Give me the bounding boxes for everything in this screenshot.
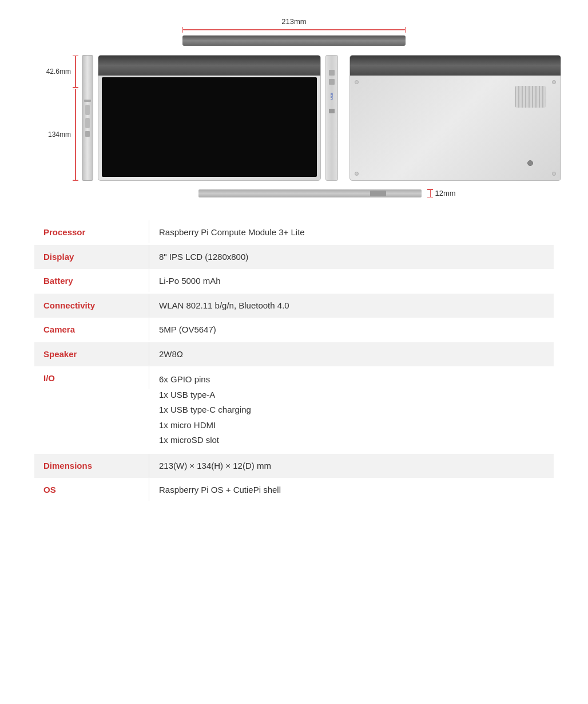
spec-value-i-o: 6x GPIO pins1x USB type-A1x USB type-C c… (150, 366, 554, 454)
spec-label-os: OS (34, 478, 149, 503)
spec-value-display: 8" IPS LCD (1280x800) (150, 245, 554, 270)
io-item: 1x USB type-A (159, 387, 545, 403)
io-item: 1x USB type-C charging (159, 402, 545, 418)
height-bottom-label: 134mm (48, 130, 71, 139)
device-front (98, 55, 321, 181)
spec-label-i-o: I/O (34, 366, 149, 454)
spec-value-os: Raspberry Pi OS + CutiePi shell (150, 478, 554, 503)
spec-value-speaker: 2W8Ω (150, 342, 554, 367)
spec-label-connectivity: Connectivity (34, 294, 149, 318)
spec-value-dimensions: 213(W) × 134(H) × 12(D) mm (150, 454, 554, 478)
spec-value-connectivity: WLAN 802.11 b/g/n, Bluetooth 4.0 (150, 294, 554, 318)
spec-label-dimensions: Dimensions (34, 454, 149, 478)
left-dimensions: 42.6mm 134mm (27, 55, 78, 181)
device-side-right: USB (325, 55, 338, 181)
height-top-label: 42.6mm (46, 68, 71, 76)
spec-label-speaker: Speaker (34, 342, 149, 367)
spec-value-camera: 5MP (OV5647) (150, 318, 554, 342)
specs-table: ProcessorRaspberry Pi Compute Module 3+ … (34, 220, 554, 503)
depth-label: 12mm (435, 189, 455, 197)
spec-label-display: Display (34, 245, 149, 270)
spec-value-battery: Li-Po 5000 mAh (150, 269, 554, 294)
spec-label-battery: Battery (34, 269, 149, 294)
io-item: 1x micro HDMI (159, 418, 545, 433)
device-side-left (82, 55, 93, 181)
spec-label-processor: Processor (34, 220, 149, 245)
device-top-bar (182, 35, 406, 46)
spec-value-processor: Raspberry Pi Compute Module 3+ Lite (150, 220, 554, 245)
io-item: 6x GPIO pins (159, 372, 545, 387)
camera-dot (527, 160, 533, 166)
diagram-section: 213mm 42.6mm 134 (34, 17, 554, 197)
device-bottom-bar (198, 189, 422, 197)
specs-section: ProcessorRaspberry Pi Compute Module 3+ … (34, 220, 554, 503)
io-item: 1x microSD slot (159, 433, 545, 448)
bottom-bar-row: 12mm (132, 189, 455, 197)
device-back (349, 55, 561, 181)
spec-label-camera: Camera (34, 318, 149, 342)
speaker-grill (515, 86, 546, 108)
width-dimension-label: 213mm (281, 17, 306, 26)
top-bar-container: 213mm (182, 17, 406, 46)
